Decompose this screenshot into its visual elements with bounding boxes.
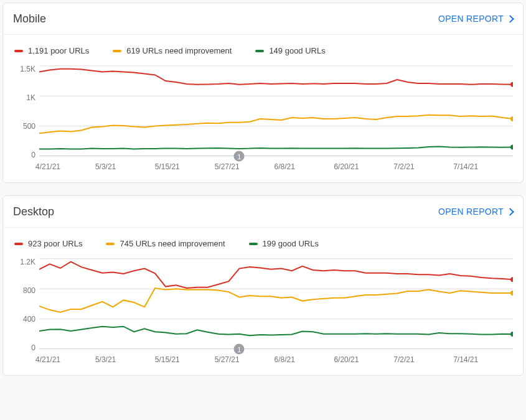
y-tick: 1K	[13, 94, 35, 101]
x-tick: 6/8/21	[275, 162, 334, 171]
chart-svg	[39, 63, 513, 156]
x-tick: 6/20/21	[334, 355, 393, 364]
timeline-marker[interactable]: 1	[234, 344, 245, 355]
legend-item-good: 149 good URLs	[255, 46, 325, 55]
card-title: Mobile	[13, 12, 46, 26]
marker-label: 1	[234, 151, 245, 162]
y-tick: 0	[13, 344, 35, 352]
plot: 1	[39, 256, 513, 349]
open-report-label: OPEN REPORT	[438, 14, 504, 24]
open-report-label: OPEN REPORT	[438, 207, 504, 217]
x-tick: 5/15/21	[155, 355, 215, 364]
swatch-poor-icon	[14, 243, 23, 245]
legend-label: 745 URLs need improvement	[120, 239, 225, 248]
card-header: Mobile OPEN REPORT	[3, 3, 523, 35]
card-desktop: Desktop OPEN REPORT 923 poor URLs 745 UR…	[2, 195, 524, 376]
legend-item-need-improvement: 745 URLs need improvement	[106, 239, 225, 248]
legend-item-need-improvement: 619 URLs need improvement	[113, 46, 232, 55]
x-tick: 5/3/21	[95, 162, 155, 171]
chevron-right-icon	[506, 15, 514, 23]
chevron-right-icon	[506, 208, 514, 216]
swatch-good-icon	[255, 50, 264, 52]
legend-label: 619 URLs need improvement	[126, 46, 232, 55]
svg-point-4	[510, 82, 513, 87]
y-axis: 1.5K 1K 500 0	[13, 63, 39, 156]
open-report-button[interactable]: OPEN REPORT	[438, 14, 513, 24]
svg-point-11	[510, 277, 513, 282]
x-tick: 5/3/21	[95, 355, 155, 364]
timeline-marker[interactable]: 1	[234, 151, 245, 162]
legend: 923 poor URLs 745 URLs need improvement …	[14, 239, 513, 248]
x-tick: 4/21/21	[35, 355, 95, 364]
svg-point-12	[510, 291, 513, 296]
y-tick: 800	[13, 287, 35, 294]
legend-label: 149 good URLs	[269, 46, 325, 55]
legend-label: 1,191 poor URLs	[28, 46, 89, 55]
legend-label: 199 good URLs	[263, 239, 319, 248]
y-tick: 1.2K	[13, 258, 35, 266]
chart-svg	[39, 256, 513, 349]
x-tick: 7/14/21	[453, 355, 513, 364]
swatch-need-icon	[113, 50, 121, 52]
swatch-poor-icon	[14, 50, 23, 52]
chart-area: 1.2K 800 400 0 1	[13, 256, 513, 349]
svg-point-6	[510, 145, 513, 150]
chart-area: 1.5K 1K 500 0 1	[13, 63, 513, 156]
y-tick: 0	[13, 151, 35, 159]
x-tick: 5/15/21	[155, 162, 215, 171]
y-tick: 400	[13, 315, 35, 323]
x-tick: 5/27/21	[215, 162, 275, 171]
legend-item-poor: 1,191 poor URLs	[14, 46, 89, 55]
open-report-button[interactable]: OPEN REPORT	[438, 207, 513, 217]
x-axis: 4/21/21 5/3/21 5/15/21 5/27/21 6/8/21 6/…	[35, 162, 513, 171]
legend-item-good: 199 good URLs	[249, 239, 319, 248]
x-tick: 4/21/21	[35, 162, 95, 171]
svg-point-5	[510, 116, 513, 121]
plot: 1	[39, 63, 513, 156]
svg-point-13	[510, 332, 513, 337]
x-tick: 6/20/21	[334, 162, 393, 171]
y-axis: 1.2K 800 400 0	[13, 256, 39, 349]
swatch-need-icon	[106, 243, 115, 245]
marker-label: 1	[234, 344, 245, 355]
y-tick: 1.5K	[13, 65, 35, 73]
x-axis: 4/21/21 5/3/21 5/15/21 5/27/21 6/8/21 6/…	[35, 355, 513, 364]
x-tick: 7/2/21	[393, 162, 453, 171]
card-title: Desktop	[13, 205, 54, 218]
x-tick: 5/27/21	[215, 355, 275, 364]
swatch-good-icon	[249, 243, 258, 245]
y-tick: 500	[13, 123, 35, 130]
card-mobile: Mobile OPEN REPORT 1,191 poor URLs 619 U…	[2, 2, 524, 183]
card-header: Desktop OPEN REPORT	[3, 196, 523, 228]
legend-item-poor: 923 poor URLs	[14, 239, 82, 248]
x-tick: 6/8/21	[275, 355, 334, 364]
legend-label: 923 poor URLs	[28, 239, 82, 248]
x-tick: 7/14/21	[453, 162, 513, 171]
legend: 1,191 poor URLs 619 URLs need improvemen…	[14, 46, 513, 55]
x-tick: 7/2/21	[393, 355, 453, 364]
